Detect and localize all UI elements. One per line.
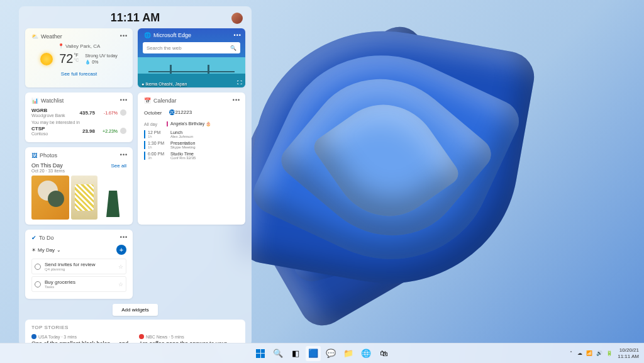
watchlist-icon: 📊: [31, 98, 38, 104]
task-view-button[interactable]: ◧: [288, 346, 303, 361]
photo-thumb[interactable]: [99, 176, 126, 220]
photos-icon: 🖼: [31, 152, 37, 159]
more-icon[interactable]: •••: [119, 96, 129, 104]
checkbox-icon[interactable]: [35, 264, 41, 270]
calendar-event[interactable]: 6:00 PM3h Studio TimeConf Rm 32/35: [144, 152, 239, 160]
widgets-panel: 11:11 AM ⛅ Weather ••• 📍 Valley Park, CA…: [19, 6, 252, 346]
calendar-icon: 📅: [144, 98, 151, 104]
watchlist-title: Watchlist: [41, 98, 64, 104]
todo-item[interactable]: Buy groceriesTasks ☆: [31, 276, 126, 292]
sun-icon: [40, 53, 53, 65]
forecast-link[interactable]: See full forecast: [31, 71, 126, 77]
calendar-day[interactable]: 22: [180, 109, 186, 115]
see-all-link[interactable]: See all: [111, 163, 126, 169]
chevron-down-icon: ⌄: [57, 247, 61, 253]
watchlist-widget[interactable]: 📊 Watchlist ••• WGRBWoodgrove Bank 435.7…: [25, 92, 133, 142]
weather-uv: Strong UV today: [85, 53, 117, 59]
edge-caption: Ikema Ohashi, Japan: [145, 82, 187, 86]
panel-time: 11:11 AM: [111, 11, 160, 25]
photos-sub: Oct 20 · 33 items: [31, 169, 65, 173]
weather-precip: 0%: [92, 60, 98, 64]
stock-chart-icon: [120, 128, 126, 134]
todo-icon: ✔: [31, 235, 36, 241]
wifi-icon[interactable]: 📶: [586, 350, 592, 356]
checkbox-icon[interactable]: [35, 281, 41, 288]
taskbar-clock[interactable]: 10/20/21 11:11 AM: [618, 347, 639, 359]
store-button[interactable]: 🛍: [376, 346, 391, 361]
edge-widget[interactable]: 🌐 Microsoft Edge ••• Search the web 🔍 ● …: [138, 28, 245, 87]
chat-button[interactable]: 💬: [323, 346, 338, 361]
edge-button[interactable]: 🌐: [358, 346, 374, 361]
battery-icon[interactable]: 🔋: [606, 350, 613, 356]
photos-title: Photos: [40, 152, 57, 159]
user-avatar[interactable]: [231, 13, 243, 24]
todo-item[interactable]: Send invites for reviewQ4 planning ☆: [31, 259, 126, 274]
taskbar: 🔍 ◧ 🟦 💬 📁 🌐 🛍 ˄ ☁ 📶 🔊 🔋 10/20/21 11:11 A…: [0, 343, 644, 363]
edge-image[interactable]: ● Ikema Ohashi, Japan ⛶: [138, 57, 245, 87]
photos-heading: On This Day: [31, 162, 65, 169]
add-task-button[interactable]: +: [116, 245, 126, 255]
search-button[interactable]: 🔍: [270, 346, 286, 361]
edge-icon: 🌐: [144, 32, 151, 38]
more-icon[interactable]: •••: [234, 32, 242, 38]
calendar-widget[interactable]: 📅 Calendar ••• October 20212223 All day …: [138, 92, 245, 225]
photos-widget[interactable]: 🖼 Photos ••• On This Day Oct 20 · 33 ite…: [25, 147, 133, 225]
widgets-button[interactable]: 🟦: [306, 346, 321, 361]
photo-thumb[interactable]: [71, 176, 98, 220]
calendar-event[interactable]: 12 PM1h LunchAlex Johnson: [144, 130, 239, 138]
todo-title: To Do: [39, 235, 54, 241]
calendar-title: Calendar: [153, 98, 177, 104]
search-input[interactable]: Search the web 🔍: [143, 42, 240, 53]
calendar-month: October: [144, 110, 162, 116]
weather-icon: ⛅: [31, 33, 38, 40]
star-icon[interactable]: ☆: [118, 281, 123, 288]
top-stories: TOP STORIES USA Today · 3 mins One of th…: [25, 320, 245, 346]
weather-location: Valley Park, CA: [65, 43, 100, 49]
stock-row[interactable]: CTSPContoso 23.98 +2.23%: [31, 126, 126, 136]
explorer-button[interactable]: 📁: [341, 346, 356, 361]
allday-event[interactable]: Angela's Birthday 🎂: [167, 121, 211, 126]
volume-icon[interactable]: 🔊: [596, 350, 602, 356]
weather-title: Weather: [41, 33, 62, 40]
search-icon: 🔍: [230, 45, 236, 51]
add-widgets-button[interactable]: Add widgets: [113, 304, 158, 316]
weather-widget[interactable]: ⛅ Weather ••• 📍 Valley Park, CA 72°F°C S…: [25, 28, 133, 87]
stock-chart-icon: [120, 109, 126, 116]
star-icon[interactable]: ☆: [118, 264, 123, 270]
expand-icon[interactable]: ⛶: [237, 80, 242, 86]
interested-label: You may be interested in: [31, 120, 126, 125]
todo-widget[interactable]: ✔ To Do ••• ☀ My Day ⌄ + Send invites fo…: [25, 230, 133, 299]
photo-thumb[interactable]: [31, 176, 69, 220]
more-icon[interactable]: •••: [119, 233, 129, 241]
stock-row[interactable]: WGRBWoodgrove Bank 435.75 -1.67%: [31, 108, 126, 118]
calendar-day[interactable]: 23: [186, 109, 192, 115]
more-icon[interactable]: •••: [231, 96, 242, 104]
edge-title: Microsoft Edge: [153, 32, 191, 38]
calendar-day[interactable]: 21: [175, 109, 180, 115]
stories-heading: TOP STORIES: [31, 325, 239, 330]
weather-temp: 72: [59, 52, 73, 66]
start-button[interactable]: [253, 346, 268, 361]
onedrive-icon[interactable]: ☁: [577, 350, 582, 356]
calendar-event[interactable]: 1:30 PM1h PresentationSkype Meeting: [144, 141, 239, 149]
more-icon[interactable]: •••: [119, 32, 129, 40]
myday-dropdown[interactable]: ☀ My Day ⌄: [31, 247, 61, 253]
chevron-up-icon[interactable]: ˄: [570, 350, 572, 356]
more-icon[interactable]: •••: [119, 151, 129, 159]
